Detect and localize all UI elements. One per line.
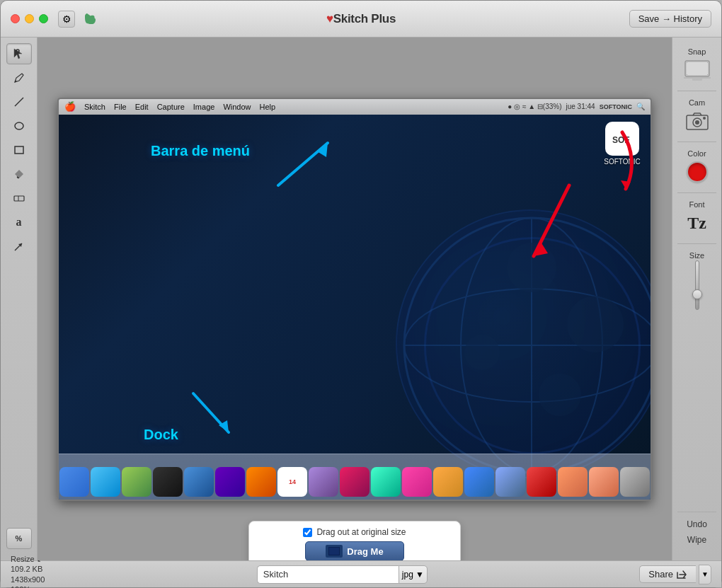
tool-text[interactable]: a: [6, 212, 32, 233]
svg-rect-6: [14, 196, 24, 201]
drag-me-label: Drag Me: [347, 546, 383, 557]
select-icon: [13, 47, 25, 60]
annotation-dock-text: Dock: [144, 427, 178, 443]
dock-icon-6: [309, 467, 338, 497]
divider-4: [677, 243, 716, 244]
mac-screen: 🍎 Skitch File Edit Capture Image Window …: [59, 99, 651, 500]
snap-label: Snap: [688, 47, 706, 56]
svg-point-18: [539, 374, 581, 416]
drag-me-thumbnail: [326, 545, 343, 558]
zoom-button[interactable]: %: [6, 528, 32, 549]
divider-5: [677, 512, 716, 512]
svg-rect-5: [15, 146, 23, 154]
font-label: Font: [689, 200, 704, 209]
share-icon: [676, 570, 687, 580]
mac-globe-icon: [396, 209, 651, 478]
svg-point-37: [695, 120, 699, 125]
mac-menu-help: Help: [260, 103, 276, 111]
annotation-menubar-text: Barra de menú: [151, 143, 250, 159]
minimize-button[interactable]: [25, 14, 34, 23]
title-bar-icons: ⚙: [58, 9, 101, 29]
color-button[interactable]: [682, 158, 713, 185]
tool-pen[interactable]: [6, 67, 32, 88]
globe-svg: [397, 211, 651, 478]
main-content: a % 🍎 Skitch File: [1, 38, 721, 560]
mac-menubar-right: ● ◎ ≈ ▲ ⊟(33%) jue 31:44 SOFTONIC 🔍: [508, 103, 645, 110]
dimensions: 1438x900: [11, 575, 45, 584]
status-right: Share ▼: [639, 565, 711, 584]
share-dropdown-button[interactable]: ▼: [699, 565, 711, 584]
drag-me-button[interactable]: Drag Me: [305, 541, 404, 560]
tool-rect[interactable]: [6, 139, 32, 161]
filename-input[interactable]: [257, 565, 399, 584]
svg-rect-32: [687, 62, 708, 75]
font-button[interactable]: Tz: [682, 209, 713, 236]
rect-icon: [13, 144, 25, 156]
svg-line-24: [278, 143, 328, 185]
dock-icon-5: [246, 467, 276, 497]
file-size: 109.2 KB: [11, 564, 45, 574]
wipe-button[interactable]: Wipe: [684, 534, 709, 546]
tool-eraser[interactable]: [6, 188, 32, 209]
traffic-lights: [11, 14, 48, 23]
dock-icon-3: [184, 467, 214, 497]
gear-button[interactable]: ⚙: [58, 11, 75, 28]
format-select[interactable]: jpg ▼: [399, 565, 428, 584]
mac-dock: 14: [59, 454, 651, 500]
divider-3: [677, 192, 716, 193]
evernote-icon: [82, 11, 99, 28]
format-label: jpg: [402, 570, 413, 580]
arrow-icon: [13, 241, 25, 252]
tool-ellipse[interactable]: [6, 115, 32, 137]
title-bar-right: Save → History: [629, 10, 711, 28]
snap-button[interactable]: [682, 57, 713, 83]
tool-arrow[interactable]: [6, 236, 32, 257]
cam-button[interactable]: [682, 108, 713, 134]
blue-arrow-dock: [179, 386, 250, 443]
tool-fill[interactable]: [6, 163, 32, 185]
cam-group: Cam: [682, 96, 713, 137]
dock-icon-14: [589, 467, 619, 497]
pen-icon: [13, 72, 25, 83]
left-toolbar: a %: [1, 38, 38, 560]
blue-arrow-menubar: [257, 136, 342, 192]
share-label: Share: [648, 569, 673, 580]
softonic-logo-svg: SOF: [609, 126, 635, 151]
tool-select[interactable]: [6, 43, 32, 64]
mac-menu-image: Image: [193, 103, 215, 111]
size-slider[interactable]: [695, 260, 699, 317]
eraser-icon: [13, 192, 25, 204]
mac-menu-window: Window: [223, 103, 251, 111]
size-label: Size: [689, 251, 704, 260]
maximize-button[interactable]: [39, 14, 48, 23]
svg-marker-25: [317, 143, 328, 157]
right-toolbar: Snap Cam: [672, 38, 721, 560]
undo-button[interactable]: Undo: [684, 518, 710, 531]
dock-icon-7: [371, 467, 401, 497]
drag-panel: Drag out at original size Drag Me: [248, 521, 461, 560]
mac-desktop: SOF SOFTONIC: [59, 115, 651, 500]
dock-icon-finder: [59, 467, 89, 497]
font-icon: Tz: [687, 214, 706, 233]
dock-icon-2: [153, 467, 183, 497]
canvas-area[interactable]: 🍎 Skitch File Edit Capture Image Window …: [38, 38, 672, 560]
original-size-label: Drag out at original size: [316, 527, 406, 537]
close-button[interactable]: [11, 14, 20, 23]
snap-group: Snap: [682, 45, 713, 86]
dock-icon-11: [495, 467, 525, 497]
title-bar: ⚙ ♥Skitch Plus Save → History: [1, 1, 721, 38]
original-size-checkbox[interactable]: [303, 528, 312, 537]
zoom-level: 100%: [11, 584, 45, 588]
svg-rect-29: [329, 548, 339, 555]
save-history-button[interactable]: Save → History: [629, 10, 711, 28]
svg-marker-21: [621, 180, 631, 189]
size-slider-thumb[interactable]: [692, 289, 702, 299]
evernote-button[interactable]: [81, 9, 101, 29]
tool-line[interactable]: [6, 91, 32, 113]
heart-icon: ♥: [326, 12, 333, 25]
dock-icon-ical: 14: [277, 467, 307, 497]
share-button[interactable]: Share: [639, 565, 696, 583]
svg-point-17: [567, 296, 624, 352]
color-swatch[interactable]: [687, 161, 708, 183]
softonic-desktop-icon: SOF SOFTONIC: [601, 122, 643, 166]
